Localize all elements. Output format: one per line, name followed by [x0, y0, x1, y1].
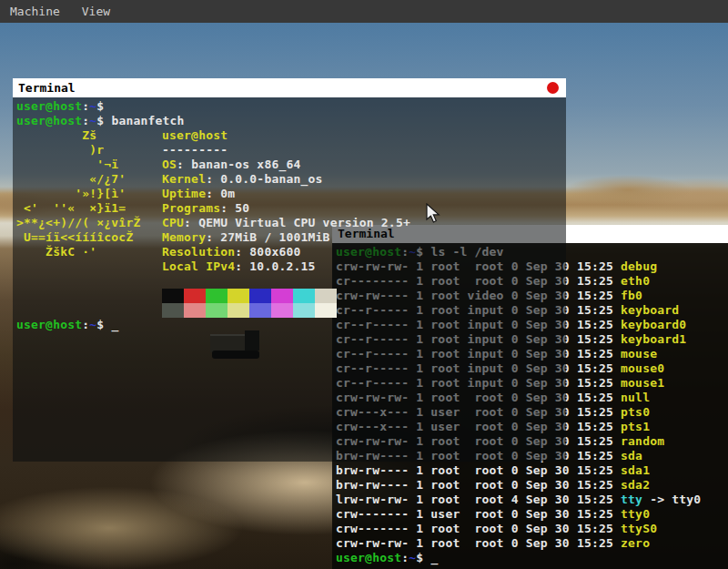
color-palette-bright [16, 303, 566, 318]
terminal1-command-line: user@host:~$ bananfetch [16, 114, 566, 128]
close-button[interactable] [547, 82, 559, 94]
terminal2-cursor: _ [430, 551, 438, 564]
palette-swatch [271, 303, 293, 318]
palette-swatch [249, 289, 271, 303]
fetch-row: ŽškC ·'Resolution: 800x600 [16, 245, 566, 259]
ls-row: crw-rw-rw- 1 root root 0 Sep 30 15:25 ze… [336, 536, 728, 551]
palette-swatch [271, 289, 293, 303]
terminal1-old-prompt: user@host:~$ [16, 99, 566, 114]
palette-swatch [228, 303, 249, 318]
terminal1-cursor: _ [111, 318, 118, 331]
palette-swatch [184, 289, 206, 303]
fetch-row: Zšuser@host [16, 128, 566, 143]
ls-row: crw------- 1 user root 0 Sep 30 15:25 tt… [336, 507, 728, 522]
ls-row: crw------- 1 root root 0 Sep 30 15:25 tt… [336, 522, 728, 536]
mouse-pointer-icon [426, 203, 442, 225]
terminal2-prompt-line: user@host:~$ _ [336, 551, 728, 565]
palette-swatch [162, 303, 184, 318]
desktop: Terminal user@host:~$ ls -l /dev crw-rw-… [0, 23, 728, 569]
terminal1-content[interactable]: user@host:~$ user@host:~$ bananfetch Zšu… [13, 97, 566, 462]
color-palette-normal [16, 289, 566, 303]
terminal1-titlebar[interactable]: Terminal [13, 78, 566, 97]
fetch-row: U==íï<<íííîcocŽMemory: 27MiB / 1001MiB [16, 230, 566, 245]
palette-swatch [315, 289, 337, 303]
menu-item-machine[interactable]: Machine [10, 0, 60, 23]
palette-swatch [249, 303, 271, 318]
palette-swatch [315, 303, 337, 318]
menu-bar: Machine View [0, 0, 728, 23]
palette-swatch [293, 289, 315, 303]
fetch-row: «/¿7'Kernel: 0.0.0-banan_os [16, 172, 566, 187]
ls-row: brw-rw---- 1 root root 0 Sep 30 15:25 sd… [336, 463, 728, 478]
palette-swatch [228, 289, 249, 303]
fetch-row: '¬ïOS: banan-os x86_64 [16, 157, 566, 172]
fetch-row: '»!}[ì'Uptime: 0m [16, 187, 566, 201]
palette-swatch [184, 303, 206, 318]
fetch-row: <' ''« ×}ï1=Programs: 50 [16, 201, 566, 216]
terminal1-prompt-line: user@host:~$ _ [16, 318, 566, 332]
palette-swatch [206, 303, 228, 318]
screen: Machine View Terminal user@host:~$ ls -l… [0, 0, 728, 569]
palette-swatch [293, 303, 315, 318]
terminal1-title: Terminal [18, 81, 76, 95]
fetch-row: Local IPv4: 10.0.2.15 [16, 259, 566, 274]
blank-row [16, 274, 566, 289]
terminal-window-1: Terminal user@host:~$ user@host:~$ banan… [13, 78, 566, 462]
palette-swatch [206, 289, 228, 303]
fetch-row: )r--------- [16, 143, 566, 157]
palette-swatch [162, 289, 184, 303]
ls-row: brw-rw---- 1 root root 0 Sep 30 15:25 sd… [336, 478, 728, 493]
ls-row-symlink: lrw-rw-rw- 1 root root 4 Sep 30 15:25 tt… [336, 493, 728, 507]
menu-item-view[interactable]: View [82, 0, 110, 23]
fetch-row: >**¿<+)//( ×¿vîrŽCPU: QEMU Virtual CPU v… [16, 216, 566, 230]
